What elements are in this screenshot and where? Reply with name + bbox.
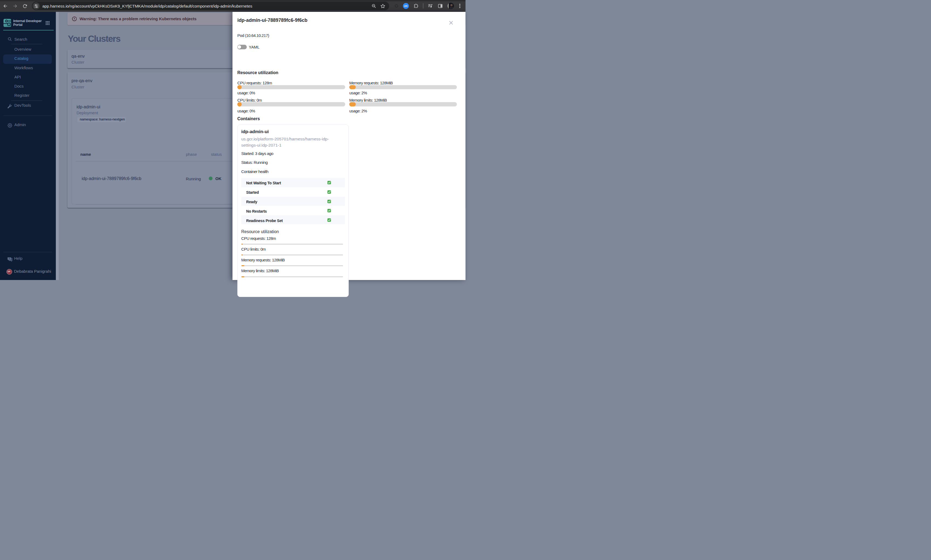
svg-text:?: ?: [9, 257, 10, 260]
